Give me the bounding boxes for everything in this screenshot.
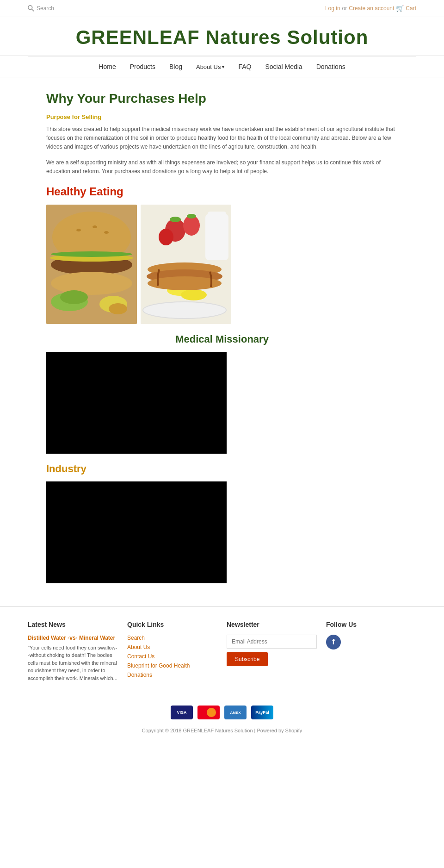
paypal-icon: PayPal	[251, 706, 273, 719]
body-text-2: We are a self supporting ministry and as…	[46, 158, 398, 176]
svg-point-0	[28, 6, 32, 10]
nav-home[interactable]: Home	[99, 63, 116, 70]
footer-link-about-us[interactable]: About Us	[127, 644, 217, 650]
svg-point-15	[109, 303, 127, 314]
site-title-area: GREENLEAF Natures Solution	[0, 17, 444, 56]
nav-faq[interactable]: FAQ	[238, 63, 251, 70]
svg-point-6	[92, 225, 97, 228]
medical-missionary-title: Medical Missionary	[46, 333, 398, 345]
food-images-row	[46, 205, 398, 324]
nav-about-us[interactable]: About Us	[196, 63, 224, 70]
svg-line-1	[32, 9, 34, 11]
search-placeholder: Search	[37, 5, 54, 12]
medical-missionary-video[interactable]	[46, 352, 227, 454]
svg-point-21	[159, 229, 173, 245]
payment-methods-row: VISA AMEX PayPal	[28, 696, 416, 724]
svg-point-22	[170, 217, 181, 222]
nav-blog[interactable]: Blog	[169, 63, 182, 70]
footer-link-blueprint[interactable]: Blueprint for Good Health	[127, 662, 217, 669]
cart-link[interactable]: Cart	[406, 5, 416, 12]
body-text-1: This store was created to help support t…	[46, 125, 398, 152]
svg-point-10	[51, 251, 132, 257]
pancake-svg	[141, 205, 231, 324]
subscribe-button[interactable]: Subscribe	[227, 652, 268, 666]
main-nav: Home Products Blog About Us FAQ Social M…	[0, 56, 444, 77]
copyright-text: Copyright © 2018 GREENLEAF Natures Solut…	[28, 724, 416, 737]
footer-newsletter: Newsletter Subscribe	[227, 621, 317, 682]
main-content: Why Your Purchases Help Purpose for Sell…	[0, 77, 444, 606]
industry-title: Industry	[46, 463, 398, 475]
svg-point-23	[187, 214, 196, 219]
news-article-link[interactable]: Distilled Water -vs- Mineral Water	[28, 635, 118, 641]
page-title: Why Your Purchases Help	[46, 91, 398, 106]
nav-products[interactable]: Products	[130, 63, 155, 70]
svg-rect-17	[205, 214, 228, 260]
nav-social-media[interactable]: Social Media	[265, 63, 302, 70]
search-icon	[28, 5, 34, 12]
footer-grid: Latest News Distilled Water -vs- Mineral…	[28, 621, 416, 682]
footer: Latest News Distilled Water -vs- Mineral…	[0, 606, 444, 747]
footer-link-donations[interactable]: Donations	[127, 672, 217, 678]
svg-point-25	[181, 289, 207, 300]
svg-point-11	[51, 272, 132, 295]
burger-svg	[46, 205, 137, 324]
footer-follow-us: Follow Us f	[326, 621, 416, 682]
burger-image	[46, 205, 137, 324]
pancake-image	[141, 205, 231, 324]
site-title: GREENLEAF Natures Solution	[28, 26, 416, 49]
svg-point-13	[60, 290, 88, 304]
visa-card-icon: VISA	[171, 706, 193, 719]
top-bar: Search Log in or Create an account 🛒 Car…	[0, 0, 444, 17]
follow-us-heading: Follow Us	[326, 621, 416, 628]
footer-latest-news: Latest News Distilled Water -vs- Mineral…	[28, 621, 118, 682]
facebook-icon[interactable]: f	[326, 635, 341, 649]
purpose-label: Purpose for Selling	[46, 113, 398, 120]
login-link[interactable]: Log in	[325, 5, 340, 12]
svg-point-7	[104, 231, 109, 234]
footer-link-contact-us[interactable]: Contact Us	[127, 653, 217, 660]
cart-icon: 🛒	[396, 5, 404, 12]
newsletter-email-input[interactable]	[227, 635, 317, 649]
mastercard-icon	[197, 706, 220, 719]
nav-donations[interactable]: Donations	[316, 63, 345, 70]
industry-video[interactable]	[46, 481, 227, 583]
search-area[interactable]: Search	[28, 5, 54, 12]
or-separator: or	[342, 5, 347, 12]
healthy-eating-title: Healthy Eating	[46, 185, 398, 198]
latest-news-heading: Latest News	[28, 621, 118, 628]
svg-point-5	[76, 229, 81, 231]
svg-rect-18	[208, 212, 226, 219]
top-right-links: Log in or Create an account 🛒 Cart	[325, 5, 416, 12]
create-account-link[interactable]: Create an account	[349, 5, 394, 12]
newsletter-heading: Newsletter	[227, 621, 317, 628]
footer-link-search[interactable]: Search	[127, 635, 217, 641]
footer-quick-links: Quick Links Search About Us Contact Us B…	[127, 621, 217, 682]
amex-icon: AMEX	[224, 706, 247, 719]
news-article-body: "Your cells need food they can swallow--…	[28, 644, 118, 682]
quick-links-heading: Quick Links	[127, 621, 217, 628]
